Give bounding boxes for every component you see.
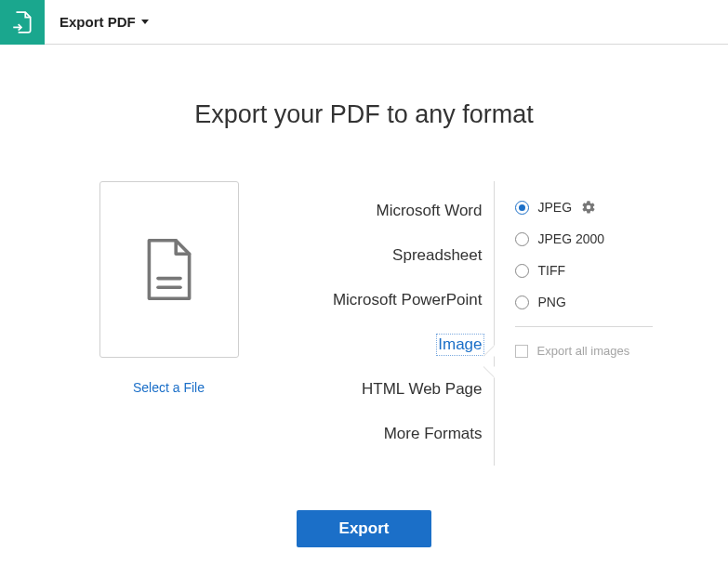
toolbar: Export PDF bbox=[0, 0, 728, 45]
radio-icon bbox=[515, 296, 529, 309]
settings-gear-icon[interactable] bbox=[581, 200, 596, 215]
checkbox-label: Export all images bbox=[537, 344, 630, 358]
format-option-spreadsheet[interactable]: Spreadsheet bbox=[392, 246, 482, 265]
radio-option-png[interactable]: PNG bbox=[515, 295, 653, 309]
radio-icon bbox=[515, 264, 529, 278]
radio-icon bbox=[515, 201, 529, 215]
radio-option-jpeg[interactable]: JPEG bbox=[515, 200, 653, 215]
format-option-powerpoint[interactable]: Microsoft PowerPoint bbox=[333, 291, 483, 309]
radio-icon bbox=[515, 232, 529, 246]
file-dropzone[interactable] bbox=[99, 181, 239, 358]
document-export-icon bbox=[10, 10, 34, 34]
radio-option-jpeg2000[interactable]: JPEG 2000 bbox=[515, 231, 653, 246]
document-icon bbox=[141, 236, 197, 303]
content-row: Select a File Microsoft Word Spreadsheet… bbox=[0, 181, 728, 466]
radio-label: JPEG bbox=[538, 200, 573, 215]
options-divider bbox=[515, 326, 653, 327]
checkbox-icon bbox=[515, 345, 528, 358]
image-options-column: JPEG JPEG 2000 TIFF PNG bbox=[495, 181, 653, 358]
file-column: Select a File bbox=[76, 181, 262, 395]
export-all-images-checkbox[interactable]: Export all images bbox=[515, 344, 653, 358]
select-file-link[interactable]: Select a File bbox=[133, 380, 205, 395]
export-button[interactable]: Export bbox=[297, 510, 432, 547]
radio-label: JPEG 2000 bbox=[538, 231, 605, 246]
main-panel: Export your PDF to any format Select a F… bbox=[0, 45, 728, 547]
caret-down-icon bbox=[141, 20, 149, 24]
formats-column: Microsoft Word Spreadsheet Microsoft Pow… bbox=[299, 181, 495, 466]
format-option-word[interactable]: Microsoft Word bbox=[377, 202, 483, 220]
export-row: Export bbox=[0, 510, 728, 547]
format-option-more[interactable]: More Formats bbox=[384, 425, 483, 443]
toolbar-title-text: Export PDF bbox=[60, 14, 136, 30]
radio-option-tiff[interactable]: TIFF bbox=[515, 263, 653, 278]
radio-label: TIFF bbox=[538, 263, 566, 278]
toolbar-title-dropdown[interactable]: Export PDF bbox=[45, 14, 149, 30]
radio-label: PNG bbox=[538, 295, 566, 309]
page-title: Export your PDF to any format bbox=[0, 100, 728, 129]
format-option-image[interactable]: Image bbox=[438, 335, 482, 354]
export-pdf-app-icon bbox=[0, 0, 45, 45]
format-option-html[interactable]: HTML Web Page bbox=[362, 380, 482, 399]
gear-icon bbox=[581, 200, 596, 215]
